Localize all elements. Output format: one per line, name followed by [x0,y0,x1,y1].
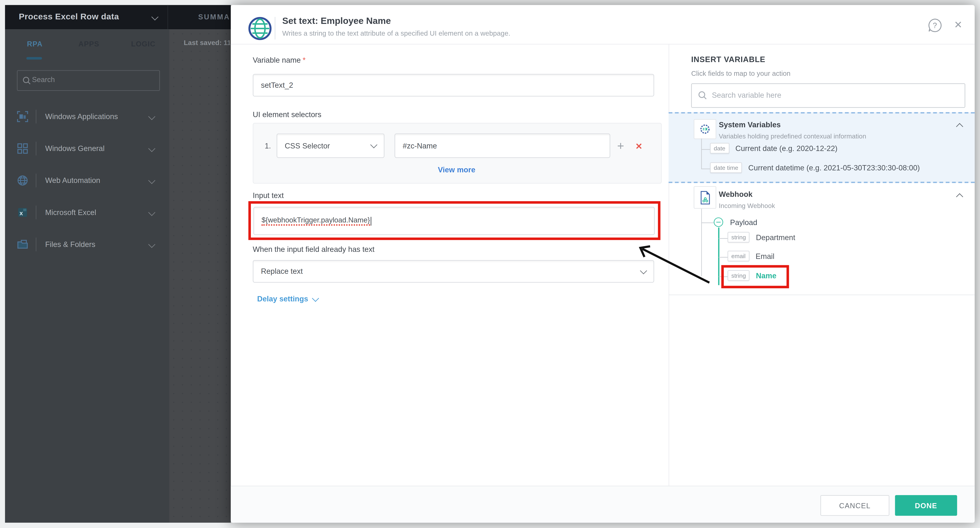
tree-line [701,222,714,223]
variable-item-name[interactable]: string Name [727,270,776,281]
payload-node[interactable]: Payload [730,218,757,227]
sidebar-item-windows-applications[interactable]: Windows Applications [15,108,159,125]
gear-icon [698,122,712,136]
done-button[interactable]: DONE [895,495,957,516]
svg-text:x: x [19,209,23,217]
chevron-down-icon [640,267,647,274]
variable-search-placeholder: Search variable here [712,91,781,100]
tree-line [719,276,727,277]
search-icon [697,90,707,100]
microsoft-excel-icon: x [15,206,30,219]
help-icon[interactable]: ? [927,17,943,33]
delay-settings-toggle[interactable]: Delay settings [257,295,318,303]
tab-rpa[interactable]: RPA [27,40,43,48]
tree-line [701,149,710,150]
tree-line [701,209,702,276]
type-tag: email [727,251,749,261]
webhook-document-icon [699,190,711,205]
overwrite-behavior-label: When the input field already has text [253,245,375,254]
tree-line [701,138,702,169]
globe-icon [248,16,272,41]
ui-element-selectors-label: UI element selectors [253,110,321,119]
header-divider [275,17,275,40]
files-folders-icon [15,238,30,251]
sidebar-item-windows-general[interactable]: Windows General [15,140,159,157]
dialog-subtitle: Writes a string to the text attribute of… [282,29,511,37]
sidebar-item-microsoft-excel[interactable]: x Microsoft Excel [15,204,159,220]
svg-text:?: ? [933,21,937,30]
tab-apps[interactable]: APPS [78,40,99,48]
windows-applications-icon [15,110,30,123]
type-tag: date [710,143,729,154]
divider [36,110,36,124]
windows-general-icon [15,142,30,155]
screenshot-stage: Process Excel Row data SUMMA Last saved:… [0,0,980,528]
divider [36,238,36,251]
chevron-down-icon [148,177,155,184]
active-tab-underline [26,57,42,59]
add-selector-button[interactable]: + [617,139,624,153]
remove-selector-button[interactable]: ✕ [635,141,643,151]
chevron-down-icon [370,141,377,148]
webhook-icon-box [694,186,716,209]
collapse-node-icon[interactable] [714,217,723,227]
input-text-field[interactable]: ${webhookTrigger.payload.Name} [253,207,655,235]
variable-item-date[interactable]: date Current date (e.g. 2020-12-22) [710,143,837,154]
variable-search-input[interactable]: Search variable here [691,83,965,108]
type-tag: date time [710,162,742,173]
search-icon [22,76,31,85]
sidebar-search-placeholder: Search [32,76,55,83]
chevron-down-icon [312,294,319,301]
selector-value-field[interactable]: #zc-Name [395,133,610,158]
dialog-header-border [231,44,975,44]
last-saved-status: Last saved: 11: [184,39,230,46]
variable-name-field[interactable]: setText_2 [253,74,654,97]
panel-divider [668,44,669,486]
sidebar-item-files-folders[interactable]: Files & Folders [15,236,159,252]
variable-item-department[interactable]: string Department [727,232,795,243]
sidebar-item-web-automation[interactable]: Web Automation [15,172,159,189]
divider [36,173,36,187]
top-bar-divider [167,5,168,30]
tree-line [719,257,727,257]
chevron-down-icon [148,145,155,152]
tab-logic[interactable]: LOGIC [131,40,156,48]
tab-summary[interactable]: SUMMA [198,13,231,21]
type-tag: string [727,270,750,281]
webhook-title[interactable]: Webhook [719,190,752,199]
system-variables-description: Variables holding predefined contexual i… [719,132,866,140]
webhook-section-border [668,295,975,295]
chevron-down-icon [148,241,155,248]
divider [36,141,36,155]
required-asterisk: * [302,56,305,65]
close-icon[interactable]: ✕ [954,19,963,31]
insert-variable-subtitle: Click fields to map to your action [691,70,791,77]
divider [36,206,36,219]
variable-item-email[interactable]: email Email [727,251,775,261]
cancel-button[interactable]: CANCEL [821,495,889,516]
system-variables-title[interactable]: System Variables [719,120,781,129]
sidebar-search-input[interactable]: Search [17,70,160,91]
system-variables-icon-box [694,119,716,139]
insert-variable-title: INSERT VARIABLE [691,55,765,64]
chevron-down-icon [148,209,155,216]
variable-item-date-time[interactable]: date time Current datetime (e.g. 2021-05… [710,162,920,173]
type-tag: string [727,232,750,243]
selector-row-index: 1. [265,141,271,151]
variable-name-label: Variable name* [253,56,305,65]
tree-line [719,238,727,239]
input-text-value: ${webhookTrigger.payload.Name} [261,216,370,226]
workflow-canvas-dimmed [169,29,231,523]
chevron-down-icon [148,113,155,120]
text-cursor [371,217,371,225]
input-text-label: Input text [253,191,284,200]
dialog-title: Set text: Employee Name [282,16,391,25]
process-title[interactable]: Process Excel Row data [19,12,119,21]
selector-type-dropdown[interactable]: CSS Selector [277,133,384,158]
overwrite-behavior-dropdown[interactable]: Replace text [253,260,654,282]
tree-line [701,169,710,169]
web-automation-icon [15,174,30,187]
webhook-description: Incoming Webhook [719,202,775,209]
view-more-link[interactable]: View more [253,165,660,174]
sidebar [5,29,169,523]
